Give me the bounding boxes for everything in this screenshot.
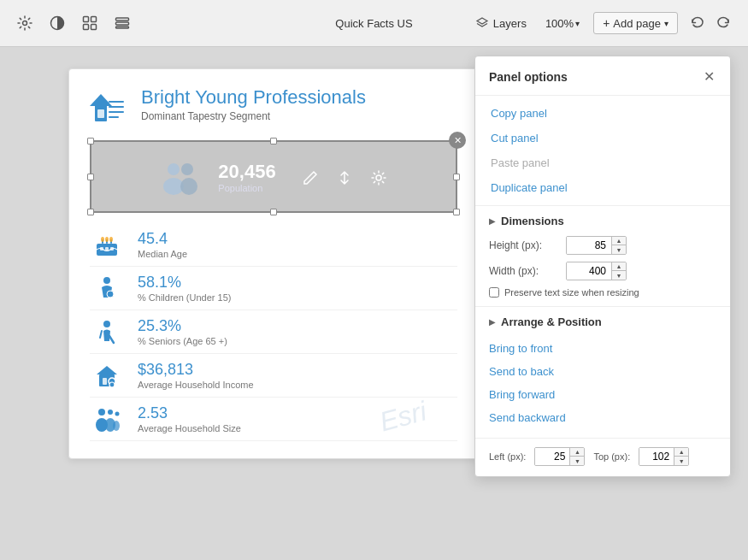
stat-data-2: 25.3% % Seniors (Age 65 +) xyxy=(138,317,227,346)
panel-sort-icon[interactable] xyxy=(336,168,353,186)
height-input[interactable] xyxy=(567,237,611,254)
card-subtitle: Dominant Tapestry Segment xyxy=(141,110,366,122)
left-input-group: ▲ ▼ xyxy=(534,447,585,466)
height-field-row: Height (px): ▲ ▼ xyxy=(489,236,716,255)
stat-label-2: % Seniors (Age 65 +) xyxy=(138,336,227,346)
window-title: Quick Facts US xyxy=(335,17,412,30)
add-page-chevron: ▾ xyxy=(664,19,668,28)
svg-rect-11 xyxy=(97,109,104,118)
top-bar: Quick Facts US Layers 100% ▾ + Add page … xyxy=(0,0,748,47)
svg-rect-5 xyxy=(91,25,97,30)
redo-button[interactable] xyxy=(712,12,734,34)
dimensions-arrow: ▶ xyxy=(489,216,496,226)
population-data: 20,456 Population xyxy=(218,161,275,193)
top-input[interactable] xyxy=(639,448,674,465)
population-panel[interactable]: ✕ 20,456 Population xyxy=(90,140,457,213)
svg-rect-36 xyxy=(103,378,107,385)
bring-to-front-link[interactable]: Bring to front xyxy=(489,337,716,360)
svg-rect-13 xyxy=(109,106,124,108)
panel-options-close-button[interactable]: ✕ xyxy=(702,67,716,86)
panel-gear-icon[interactable] xyxy=(370,168,387,186)
bring-forward-link[interactable]: Bring forward xyxy=(489,383,716,406)
top-down-button[interactable]: ▼ xyxy=(674,457,688,465)
dimensions-title: Dimensions xyxy=(501,215,564,227)
stat-icon-1 xyxy=(90,274,124,304)
undo-button[interactable] xyxy=(686,12,709,34)
stat-data-1: 58.1% % Children (Under 15) xyxy=(138,274,231,303)
settings-button[interactable] xyxy=(14,12,36,34)
width-input[interactable] xyxy=(567,262,611,280)
svg-marker-10 xyxy=(90,94,112,106)
send-backward-link[interactable]: Send backward xyxy=(489,406,716,429)
zoom-value: 100% xyxy=(545,17,574,30)
panel-close-button[interactable]: ✕ xyxy=(449,132,466,149)
copy-panel-item[interactable]: Copy panel xyxy=(475,101,730,126)
stat-icon-0 xyxy=(90,231,124,260)
layers-label: Layers xyxy=(493,17,527,30)
stat-label-4: Average Household Size xyxy=(138,423,241,433)
svg-rect-4 xyxy=(84,25,89,30)
panel-options-header: Panel options ✕ xyxy=(475,56,730,96)
stat-row-3: $36,813 Average Household Income xyxy=(90,354,457,398)
width-label: Width (px): xyxy=(489,265,566,277)
panel-edit-icon[interactable] xyxy=(302,168,319,186)
add-page-button[interactable]: + Add page ▾ xyxy=(593,12,678,34)
preserve-checkbox[interactable] xyxy=(489,287,499,298)
send-to-back-link[interactable]: Send to back xyxy=(489,360,716,383)
svg-rect-3 xyxy=(91,17,97,22)
arrange-section: ▶ Arrange & Position Bring to front Send… xyxy=(475,307,730,438)
svg-rect-23 xyxy=(105,247,109,251)
svg-rect-12 xyxy=(109,101,124,103)
width-down-button[interactable]: ▼ xyxy=(612,271,626,280)
stat-label-0: Median Age xyxy=(138,249,187,259)
canvas-card: Bright Young Professionals Dominant Tape… xyxy=(68,68,479,459)
svg-point-29 xyxy=(105,237,109,242)
svg-rect-6 xyxy=(116,18,129,21)
panel-content: 20,456 Population xyxy=(160,156,386,198)
arrange-header[interactable]: ▶ Arrange & Position xyxy=(489,315,716,328)
left-label: Left (px): xyxy=(489,451,526,462)
handle-tl xyxy=(87,138,94,144)
stat-value-3: $36,813 xyxy=(138,361,254,379)
toolbar-center: Layers 100% ▾ + Add page ▾ xyxy=(470,12,734,34)
population-label: Population xyxy=(218,183,275,193)
cut-panel-item[interactable]: Cut panel xyxy=(475,126,730,150)
svg-rect-8 xyxy=(116,27,129,28)
contrast-button[interactable] xyxy=(46,12,68,34)
width-up-button[interactable]: ▲ xyxy=(612,262,626,271)
left-input[interactable] xyxy=(535,448,569,465)
position-row: Left (px): ▲ ▼ Top (px): ▲ ▼ xyxy=(475,438,730,476)
svg-point-40 xyxy=(108,410,113,415)
dimensions-header[interactable]: ▶ Dimensions xyxy=(489,215,716,227)
stat-row-2: 25.3% % Seniors (Age 65 +) xyxy=(90,310,457,354)
main-canvas: Bright Young Professionals Dominant Tape… xyxy=(0,47,748,560)
top-input-group: ▲ ▼ xyxy=(639,447,689,466)
svg-point-19 xyxy=(180,178,197,195)
add-page-label: Add page xyxy=(613,17,661,30)
svg-rect-14 xyxy=(109,111,124,113)
layout-button[interactable] xyxy=(111,12,133,34)
preserve-label: Preserve text size when resizing xyxy=(504,287,639,298)
height-label: Height (px): xyxy=(489,239,566,251)
svg-point-18 xyxy=(181,163,193,175)
stat-icon-2 xyxy=(90,318,124,347)
stat-row-1: 58.1% % Children (Under 15) xyxy=(90,267,457,310)
height-down-button[interactable]: ▼ xyxy=(612,245,626,254)
left-down-button[interactable]: ▼ xyxy=(570,457,584,465)
svg-point-38 xyxy=(109,382,115,387)
grid-button[interactable] xyxy=(79,12,101,34)
panel-options-title: Panel options xyxy=(489,70,568,84)
svg-point-39 xyxy=(98,409,105,416)
top-up-button[interactable]: ▲ xyxy=(674,448,688,457)
svg-marker-34 xyxy=(97,366,117,374)
stat-value-0: 45.4 xyxy=(138,230,187,248)
zoom-button[interactable]: 100% ▾ xyxy=(540,14,585,33)
svg-rect-15 xyxy=(109,116,119,118)
left-up-button[interactable]: ▲ xyxy=(570,448,584,457)
layers-button[interactable]: Layers xyxy=(470,13,532,33)
duplicate-panel-item[interactable]: Duplicate panel xyxy=(475,175,730,200)
stat-icon-4 xyxy=(90,405,124,434)
svg-point-31 xyxy=(103,277,110,284)
height-up-button[interactable]: ▲ xyxy=(612,237,626,245)
dimensions-section: ▶ Dimensions Height (px): ▲ ▼ Width (px)… xyxy=(475,206,730,307)
